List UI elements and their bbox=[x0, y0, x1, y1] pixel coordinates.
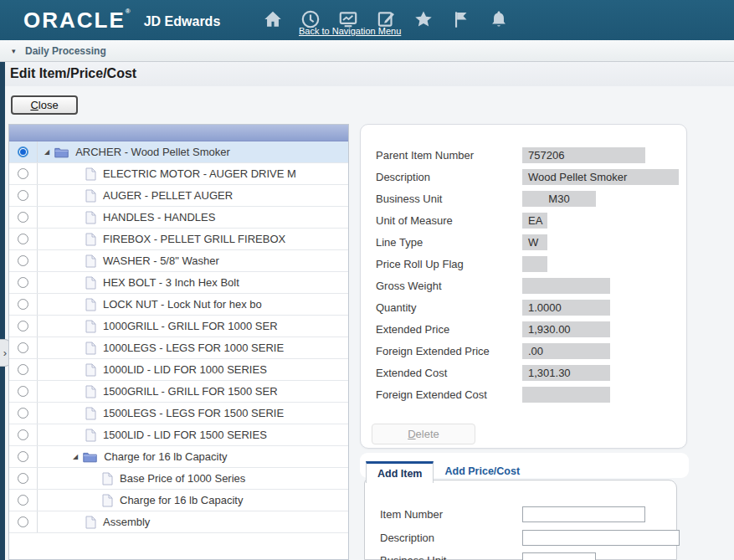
tree-row[interactable]: ELECTRIC MOTOR - AUGER DRIVE M bbox=[9, 163, 348, 185]
tree-row[interactable]: HANDLES - HANDLES bbox=[9, 207, 348, 229]
flag-icon[interactable] bbox=[449, 8, 473, 31]
tree-row-radio-cell bbox=[9, 294, 38, 315]
field-value-disabled-input: W bbox=[522, 234, 547, 250]
breadcrumb-collapse-caret-icon[interactable]: ▾ bbox=[12, 47, 16, 55]
tree-row-content: LOCK NUT - Lock Nut for hex bo bbox=[38, 294, 348, 315]
favorites-star-icon[interactable] bbox=[412, 8, 435, 31]
row-select-radio[interactable] bbox=[18, 299, 28, 310]
tree-row[interactable]: HEX BOLT - 3 Inch Hex Bolt bbox=[9, 272, 348, 294]
field-label: Line Type bbox=[376, 236, 423, 249]
detail-field-row: Foreign Extended Cost bbox=[361, 387, 686, 403]
tree-row[interactable]: Assembly bbox=[9, 511, 348, 533]
item-detail-card: Parent Item Number757206DescriptionWood … bbox=[360, 124, 687, 449]
row-select-radio[interactable] bbox=[18, 234, 28, 244]
tree-row[interactable]: 1500LID - LID FOR 1500 SERIES bbox=[9, 424, 348, 446]
tree-row-radio-cell bbox=[9, 468, 38, 489]
tree-row[interactable]: ◢ARCHER - Wood Pellet Smoker bbox=[9, 141, 348, 163]
row-select-radio[interactable] bbox=[18, 408, 28, 419]
row-select-radio[interactable] bbox=[18, 277, 28, 288]
field-label: Extended Price bbox=[376, 323, 449, 336]
tree-row[interactable]: LOCK NUT - Lock Nut for hex bo bbox=[9, 294, 348, 316]
folder-icon bbox=[54, 146, 69, 158]
document-icon bbox=[85, 276, 96, 290]
row-select-radio[interactable] bbox=[18, 473, 28, 484]
row-select-radio[interactable] bbox=[18, 168, 28, 179]
document-icon bbox=[102, 494, 113, 507]
description-input[interactable] bbox=[522, 530, 680, 546]
tree-row-content: 1000LEGS - LEGS FOR 1000 SERIE bbox=[38, 337, 348, 358]
tree-row-content: ◢Charge for 16 lb Capacity bbox=[38, 446, 348, 467]
document-icon bbox=[85, 320, 96, 333]
field-value-disabled-input: 1.0000 bbox=[522, 300, 610, 316]
row-select-radio[interactable] bbox=[18, 212, 28, 223]
home-icon[interactable] bbox=[261, 8, 285, 31]
breadcrumb-bar: ▾ Daily Processing bbox=[0, 40, 734, 62]
row-select-radio[interactable] bbox=[18, 386, 28, 397]
field-label: Description bbox=[380, 532, 434, 544]
tree-item-label: 1500GRILL - GRILL FOR 1500 SER bbox=[103, 385, 278, 398]
close-button[interactable]: Close bbox=[11, 95, 78, 115]
tab-add-item[interactable]: Add Item bbox=[366, 461, 434, 483]
tree-row-radio-cell bbox=[9, 424, 38, 445]
tree-row[interactable]: FIREBOX - PELLET GRILL FIREBOX bbox=[9, 229, 348, 250]
document-icon bbox=[85, 407, 96, 420]
row-select-radio[interactable] bbox=[18, 429, 28, 440]
tree-row-radio-cell bbox=[9, 207, 38, 228]
tree-row[interactable]: AUGER - PELLET AUGER bbox=[9, 185, 348, 207]
component-tree-panel: ◢ARCHER - Wood Pellet SmokerELECTRIC MOT… bbox=[8, 124, 349, 560]
tree-row-radio-cell bbox=[9, 359, 38, 380]
document-icon bbox=[85, 363, 96, 377]
business-unit-input[interactable] bbox=[522, 552, 596, 560]
add-form-field-row: Description bbox=[365, 530, 676, 547]
field-label: Foreign Extended Price bbox=[376, 345, 490, 357]
row-select-radio[interactable] bbox=[18, 495, 28, 506]
edit-item-price-cost-screen: ORACLE® JD Edwards Back to Navigation Me… bbox=[0, 0, 734, 560]
row-select-radio[interactable] bbox=[18, 146, 28, 157]
tree-item-label: HANDLES - HANDLES bbox=[103, 211, 215, 223]
expand-collapse-caret-icon[interactable]: ◢ bbox=[44, 149, 49, 156]
row-select-radio[interactable] bbox=[18, 451, 28, 462]
tree-item-label: ELECTRIC MOTOR - AUGER DRIVE M bbox=[103, 167, 296, 180]
tree-row[interactable]: WASHER - 5/8" Washer bbox=[9, 250, 348, 272]
tab-add-price-cost[interactable]: Add Price/Cost bbox=[434, 461, 531, 481]
expand-collapse-caret-icon[interactable]: ◢ bbox=[73, 454, 78, 460]
item-number-input[interactable] bbox=[522, 506, 645, 522]
field-label: Item Number bbox=[380, 508, 443, 521]
row-select-radio[interactable] bbox=[18, 190, 28, 201]
tree-item-label: AUGER - PELLET AUGER bbox=[103, 189, 233, 202]
tree-row-radio-cell bbox=[9, 250, 38, 271]
row-select-radio[interactable] bbox=[18, 255, 28, 266]
tree-row[interactable]: 1000LID - LID FOR 1000 SERIES bbox=[9, 359, 348, 381]
delete-button: Delete bbox=[372, 424, 475, 444]
detail-field-row: Line TypeW bbox=[361, 234, 686, 251]
tree-row[interactable]: 1000LEGS - LEGS FOR 1000 SERIE bbox=[9, 337, 348, 359]
row-select-radio[interactable] bbox=[18, 321, 28, 331]
tree-row-radio-cell bbox=[9, 141, 38, 162]
tree-row[interactable]: Base Price of 1000 Series bbox=[9, 468, 348, 490]
detail-field-row: Extended Price1,930.00 bbox=[361, 321, 686, 338]
document-icon bbox=[85, 233, 96, 246]
field-label: Gross Weight bbox=[376, 280, 442, 292]
tree-row-radio-cell bbox=[9, 163, 38, 184]
row-select-radio[interactable] bbox=[18, 516, 28, 527]
detail-field-row: Unit of MeasureEA bbox=[361, 213, 686, 229]
field-value-disabled-input: 1,930.00 bbox=[522, 321, 610, 337]
notifications-bell-icon[interactable] bbox=[487, 8, 511, 31]
tree-row[interactable]: 1000GRILL - GRILL FOR 1000 SER bbox=[9, 316, 348, 337]
document-icon bbox=[85, 298, 96, 311]
tree-item-label: LOCK NUT - Lock Nut for hex bo bbox=[103, 298, 262, 311]
tree-row[interactable]: 1500GRILL - GRILL FOR 1500 SER bbox=[9, 381, 348, 403]
row-select-radio[interactable] bbox=[18, 342, 28, 353]
document-icon bbox=[85, 189, 96, 203]
document-icon bbox=[85, 211, 96, 224]
tree-row[interactable]: Charge for 16 lb Capacity bbox=[9, 490, 348, 511]
breadcrumb[interactable]: Daily Processing bbox=[25, 45, 106, 57]
tree-row-content: Assembly bbox=[38, 511, 348, 532]
tree-item-label: 1500LEGS - LEGS FOR 1500 SERIE bbox=[103, 407, 284, 419]
back-to-navigation-link[interactable]: Back to Navigation Menu bbox=[299, 26, 401, 36]
chevron-right-icon: › bbox=[3, 347, 7, 359]
tree-item-label: Assembly bbox=[103, 516, 150, 528]
tree-row[interactable]: ◢Charge for 16 lb Capacity bbox=[9, 446, 348, 468]
tree-row[interactable]: 1500LEGS - LEGS FOR 1500 SERIE bbox=[9, 403, 348, 424]
row-select-radio[interactable] bbox=[18, 364, 28, 375]
